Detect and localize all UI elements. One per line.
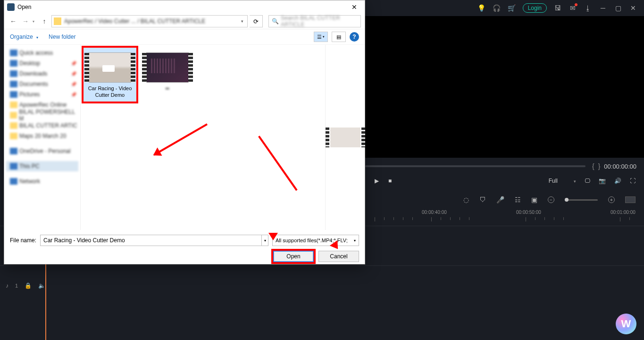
notification-dot bbox=[575, 3, 577, 6]
organize-button[interactable]: Organize ▾ bbox=[10, 34, 38, 40]
login-button[interactable]: Login bbox=[523, 3, 547, 13]
lock-icon[interactable]: 🔒 bbox=[25, 282, 32, 289]
sidebar-item[interactable]: Desktop📌 bbox=[6, 58, 78, 68]
search-icon: 🔍 bbox=[272, 18, 279, 25]
open-button[interactable]: Open bbox=[273, 251, 314, 262]
zoom-slider[interactable] bbox=[565, 199, 598, 201]
file-label: Car Racing - Video Cutter Demo bbox=[84, 85, 136, 102]
sidebar-item[interactable]: Pictures📌 bbox=[6, 89, 78, 100]
track-music-icon: ♪ bbox=[6, 282, 8, 289]
sidebar-item[interactable]: Documents📌 bbox=[6, 79, 78, 89]
volume-icon[interactable]: 🔊 bbox=[614, 178, 621, 184]
search-input[interactable]: 🔍 Search BILAL CUTTER ARTICLE bbox=[268, 15, 361, 27]
mute-icon[interactable]: 🔈 bbox=[38, 282, 45, 289]
nav-back-button[interactable]: ← bbox=[8, 16, 18, 26]
filename-history-caret[interactable]: ▾ bbox=[262, 235, 268, 246]
nav-history-caret[interactable]: ▾ bbox=[33, 19, 34, 24]
support-icon[interactable]: 🎧 bbox=[493, 4, 501, 12]
snapshot-icon[interactable]: 📷 bbox=[599, 178, 606, 184]
sidebar-item[interactable]: Downloads📌 bbox=[6, 68, 78, 79]
timeline-ruler[interactable]: 00:00:40:00 00:00:50:00 00:01:00:00 bbox=[365, 209, 644, 223]
ruler-label: 00:00:50:00 bbox=[516, 210, 541, 215]
sidebar-item[interactable]: BILAL POWERSHELL M bbox=[6, 110, 78, 120]
refresh-button[interactable]: ⟳ bbox=[250, 15, 263, 27]
preview-pane-button[interactable]: ▤ bbox=[332, 32, 346, 42]
sidebar-item[interactable]: This PC bbox=[6, 161, 78, 171]
address-bar[interactable]: ApowerRec / Video Cutter ... / BILAL CUT… bbox=[51, 15, 248, 27]
minimize-icon[interactable]: ─ bbox=[599, 4, 607, 12]
sidebar-item[interactable]: BILAL CUTTER ARTIC bbox=[6, 120, 78, 131]
nav-up-button[interactable]: ↑ bbox=[39, 16, 50, 26]
download-icon[interactable]: ⭳ bbox=[584, 4, 592, 12]
sidebar-item[interactable]: OneDrive - Personal bbox=[6, 146, 78, 156]
ruler-label: 00:00:40:00 bbox=[422, 210, 447, 215]
close-app-icon[interactable]: ✕ bbox=[629, 4, 637, 12]
zoom-out-button[interactable]: − bbox=[548, 196, 554, 203]
dialog-title: Open bbox=[17, 4, 31, 10]
wondershare-fab[interactable]: W bbox=[616, 314, 636, 334]
cart-icon[interactable]: 🛒 bbox=[508, 4, 516, 12]
fullscreen-icon[interactable]: ⛶ bbox=[630, 178, 636, 184]
sidebar-item[interactable]: Maps 20 March 20 bbox=[6, 131, 78, 141]
folder-icon bbox=[54, 17, 61, 25]
quality-select[interactable]: Full▾ bbox=[549, 178, 576, 184]
file-item[interactable]: ▪▪ bbox=[141, 48, 194, 95]
maximize-icon[interactable]: ▢ bbox=[614, 4, 622, 12]
progress-track[interactable] bbox=[365, 165, 585, 167]
save-icon[interactable]: 🖫 bbox=[553, 4, 562, 12]
video-thumbnail bbox=[89, 52, 131, 83]
play-button[interactable]: ▶ bbox=[375, 178, 379, 184]
file-list: Car Racing - Video Cutter Demo ▪▪ bbox=[81, 45, 325, 230]
brace-right: } bbox=[598, 162, 601, 170]
ruler-label: 00:01:00:00 bbox=[611, 210, 636, 215]
address-caret[interactable]: ▾ bbox=[239, 19, 245, 24]
track-label: 1 bbox=[15, 283, 18, 289]
filename-input[interactable] bbox=[40, 235, 262, 246]
zoom-in-button[interactable]: + bbox=[608, 196, 615, 203]
preview-pane bbox=[325, 45, 365, 230]
address-text: ApowerRec / Video Cutter ... / BILAL CUT… bbox=[64, 18, 205, 25]
annotation-arrowhead bbox=[268, 233, 278, 245]
app-icon bbox=[7, 3, 15, 11]
crop-icon[interactable]: ▣ bbox=[531, 196, 537, 204]
color-icon[interactable]: ◌ bbox=[463, 196, 469, 204]
mixer-icon[interactable]: ☷ bbox=[515, 196, 521, 204]
voiceover-icon[interactable]: 🎤 bbox=[496, 196, 504, 204]
display-icon[interactable]: 🖵 bbox=[585, 178, 590, 184]
marker-icon[interactable]: ⛉ bbox=[479, 196, 486, 204]
nav-forward-button[interactable]: → bbox=[20, 16, 31, 26]
nav-sidebar: Quick access Desktop📌 Downloads📌 Documen… bbox=[4, 45, 81, 230]
audio-track[interactable]: ♪ 1 🔒 🔈 bbox=[0, 265, 644, 305]
video-preview bbox=[365, 16, 644, 158]
close-dialog-button[interactable]: ✕ bbox=[347, 1, 362, 13]
timeline-overview[interactable] bbox=[625, 196, 636, 203]
filetype-select[interactable]: All supported files(*.MP4;*.FLV;▾ bbox=[272, 235, 359, 246]
view-mode-button[interactable]: ☰ ▾ bbox=[314, 32, 328, 42]
sidebar-item[interactable]: Quick access bbox=[6, 48, 78, 58]
new-folder-button[interactable]: New folder bbox=[49, 34, 75, 40]
filename-label: File name: bbox=[10, 237, 36, 244]
file-label: ▪▪ bbox=[141, 85, 194, 95]
hint-icon[interactable]: 💡 bbox=[477, 4, 486, 12]
mail-icon[interactable]: ✉ bbox=[569, 4, 577, 12]
help-button[interactable]: ? bbox=[350, 32, 359, 42]
brace-left: { bbox=[592, 162, 594, 170]
stop-button[interactable]: ■ bbox=[388, 178, 392, 184]
sidebar-item[interactable]: Network bbox=[6, 176, 78, 187]
search-placeholder: Search BILAL CUTTER ARTICLE bbox=[281, 15, 358, 28]
open-dialog: Open ✕ ← → ▾ ↑ ApowerRec / Video Cutter … bbox=[4, 0, 365, 264]
video-thumbnail bbox=[146, 52, 189, 83]
file-item-selected[interactable]: Car Racing - Video Cutter Demo bbox=[84, 48, 136, 102]
timecode: 00:00:00:00 bbox=[604, 163, 636, 170]
preview-thumbnail bbox=[330, 128, 360, 147]
